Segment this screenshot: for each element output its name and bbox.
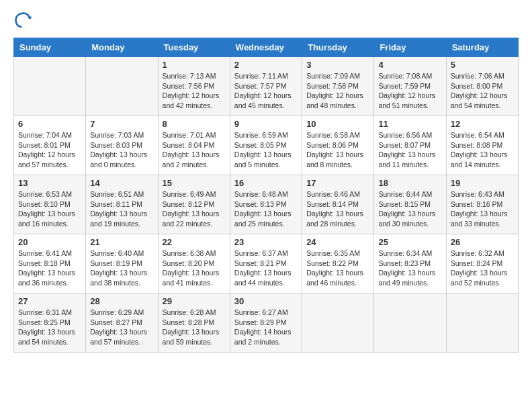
day-info: Sunrise: 7:13 AMSunset: 7:56 PMDaylight:… xyxy=(163,71,226,111)
weekday-header-wednesday: Wednesday xyxy=(230,38,302,57)
day-number: 18 xyxy=(378,178,441,188)
calendar-cell xyxy=(14,57,86,116)
day-info: Sunrise: 6:54 AMSunset: 8:08 PMDaylight:… xyxy=(451,130,514,170)
day-info: Sunrise: 6:56 AMSunset: 8:07 PMDaylight:… xyxy=(378,130,441,170)
calendar-cell: 16Sunrise: 6:48 AMSunset: 8:13 PMDayligh… xyxy=(230,175,302,234)
calendar-cell: 4Sunrise: 7:08 AMSunset: 7:59 PMDaylight… xyxy=(374,57,446,116)
calendar-cell: 25Sunrise: 6:34 AMSunset: 8:23 PMDayligh… xyxy=(374,234,446,293)
calendar-table: SundayMondayTuesdayWednesdayThursdayFrid… xyxy=(13,38,519,353)
day-number: 13 xyxy=(18,178,81,188)
day-info: Sunrise: 6:49 AMSunset: 8:12 PMDaylight:… xyxy=(163,189,226,229)
calendar-cell: 2Sunrise: 7:11 AMSunset: 7:57 PMDaylight… xyxy=(230,57,302,116)
day-number: 25 xyxy=(378,237,441,247)
day-info: Sunrise: 7:04 AMSunset: 8:01 PMDaylight:… xyxy=(18,130,81,170)
logo xyxy=(13,11,35,30)
day-number: 2 xyxy=(234,60,298,70)
day-number: 19 xyxy=(451,178,514,188)
day-number: 29 xyxy=(163,296,226,306)
day-info: Sunrise: 6:38 AMSunset: 8:20 PMDaylight:… xyxy=(163,248,226,288)
day-info: Sunrise: 7:08 AMSunset: 7:59 PMDaylight:… xyxy=(378,71,441,111)
calendar-cell: 12Sunrise: 6:54 AMSunset: 8:08 PMDayligh… xyxy=(446,116,518,175)
day-info: Sunrise: 6:41 AMSunset: 8:18 PMDaylight:… xyxy=(18,248,81,288)
calendar-cell: 27Sunrise: 6:31 AMSunset: 8:25 PMDayligh… xyxy=(14,293,86,353)
calendar-cell: 9Sunrise: 6:59 AMSunset: 8:05 PMDaylight… xyxy=(230,116,302,175)
day-info: Sunrise: 6:28 AMSunset: 8:28 PMDaylight:… xyxy=(163,308,226,347)
calendar-cell xyxy=(302,293,374,353)
day-number: 26 xyxy=(451,237,514,247)
calendar-cell xyxy=(446,293,518,353)
day-info: Sunrise: 6:48 AMSunset: 8:13 PMDaylight:… xyxy=(234,189,298,229)
calendar-cell xyxy=(86,57,158,116)
day-info: Sunrise: 6:35 AMSunset: 8:22 PMDaylight:… xyxy=(306,248,369,288)
day-info: Sunrise: 6:37 AMSunset: 8:21 PMDaylight:… xyxy=(234,248,298,288)
day-info: Sunrise: 6:32 AMSunset: 8:24 PMDaylight:… xyxy=(451,248,514,288)
weekday-header-tuesday: Tuesday xyxy=(158,38,230,57)
day-number: 6 xyxy=(18,119,81,129)
day-info: Sunrise: 6:34 AMSunset: 8:23 PMDaylight:… xyxy=(378,248,441,288)
calendar-cell: 3Sunrise: 7:09 AMSunset: 7:58 PMDaylight… xyxy=(302,57,374,116)
calendar-cell: 1Sunrise: 7:13 AMSunset: 7:56 PMDaylight… xyxy=(158,57,230,116)
calendar-cell: 22Sunrise: 6:38 AMSunset: 8:20 PMDayligh… xyxy=(158,234,230,293)
header xyxy=(13,11,519,30)
day-info: Sunrise: 7:11 AMSunset: 7:57 PMDaylight:… xyxy=(234,71,298,111)
day-number: 20 xyxy=(18,237,81,247)
calendar-cell: 17Sunrise: 6:46 AMSunset: 8:14 PMDayligh… xyxy=(302,175,374,234)
day-info: Sunrise: 6:51 AMSunset: 8:11 PMDaylight:… xyxy=(90,189,153,229)
calendar-cell: 14Sunrise: 6:51 AMSunset: 8:11 PMDayligh… xyxy=(86,175,158,234)
day-number: 12 xyxy=(451,119,514,129)
day-number: 1 xyxy=(163,60,226,70)
day-info: Sunrise: 6:59 AMSunset: 8:05 PMDaylight:… xyxy=(234,130,298,170)
day-number: 16 xyxy=(234,178,298,188)
weekday-header-monday: Monday xyxy=(86,38,158,57)
weekday-header-thursday: Thursday xyxy=(302,38,374,57)
day-number: 5 xyxy=(451,60,514,70)
day-info: Sunrise: 7:09 AMSunset: 7:58 PMDaylight:… xyxy=(306,71,369,111)
calendar-cell: 21Sunrise: 6:40 AMSunset: 8:19 PMDayligh… xyxy=(86,234,158,293)
calendar-cell: 6Sunrise: 7:04 AMSunset: 8:01 PMDaylight… xyxy=(14,116,86,175)
day-info: Sunrise: 6:40 AMSunset: 8:19 PMDaylight:… xyxy=(90,248,153,288)
weekday-header-sunday: Sunday xyxy=(14,38,86,57)
day-number: 23 xyxy=(234,237,298,247)
day-info: Sunrise: 6:44 AMSunset: 8:15 PMDaylight:… xyxy=(378,189,441,229)
calendar-cell: 5Sunrise: 7:06 AMSunset: 8:00 PMDaylight… xyxy=(446,57,518,116)
calendar-cell: 24Sunrise: 6:35 AMSunset: 8:22 PMDayligh… xyxy=(302,234,374,293)
calendar-cell: 28Sunrise: 6:29 AMSunset: 8:27 PMDayligh… xyxy=(86,293,158,353)
day-number: 17 xyxy=(306,178,369,188)
day-number: 21 xyxy=(90,237,153,247)
calendar-cell: 29Sunrise: 6:28 AMSunset: 8:28 PMDayligh… xyxy=(158,293,230,353)
calendar-cell xyxy=(374,293,446,353)
day-number: 8 xyxy=(163,119,226,129)
calendar-cell: 7Sunrise: 7:03 AMSunset: 8:03 PMDaylight… xyxy=(86,116,158,175)
day-info: Sunrise: 6:27 AMSunset: 8:29 PMDaylight:… xyxy=(234,308,298,347)
calendar-cell: 10Sunrise: 6:58 AMSunset: 8:06 PMDayligh… xyxy=(302,116,374,175)
day-number: 24 xyxy=(306,237,369,247)
calendar-cell: 19Sunrise: 6:43 AMSunset: 8:16 PMDayligh… xyxy=(446,175,518,234)
logo-icon xyxy=(13,11,32,30)
day-number: 4 xyxy=(378,60,441,70)
calendar-cell: 13Sunrise: 6:53 AMSunset: 8:10 PMDayligh… xyxy=(14,175,86,234)
calendar-cell: 18Sunrise: 6:44 AMSunset: 8:15 PMDayligh… xyxy=(374,175,446,234)
day-number: 10 xyxy=(306,119,369,129)
day-number: 30 xyxy=(234,296,298,306)
day-info: Sunrise: 7:03 AMSunset: 8:03 PMDaylight:… xyxy=(90,130,153,170)
day-number: 15 xyxy=(163,178,226,188)
weekday-header-friday: Friday xyxy=(374,38,446,57)
day-number: 7 xyxy=(90,119,153,129)
day-number: 3 xyxy=(306,60,369,70)
day-info: Sunrise: 6:29 AMSunset: 8:27 PMDaylight:… xyxy=(90,308,153,347)
calendar-cell: 26Sunrise: 6:32 AMSunset: 8:24 PMDayligh… xyxy=(446,234,518,293)
calendar-cell: 20Sunrise: 6:41 AMSunset: 8:18 PMDayligh… xyxy=(14,234,86,293)
day-number: 11 xyxy=(378,119,441,129)
day-info: Sunrise: 7:06 AMSunset: 8:00 PMDaylight:… xyxy=(451,71,514,111)
calendar-cell: 23Sunrise: 6:37 AMSunset: 8:21 PMDayligh… xyxy=(230,234,302,293)
day-number: 28 xyxy=(90,296,153,306)
day-number: 27 xyxy=(18,296,81,306)
calendar-cell: 11Sunrise: 6:56 AMSunset: 8:07 PMDayligh… xyxy=(374,116,446,175)
day-info: Sunrise: 6:43 AMSunset: 8:16 PMDaylight:… xyxy=(451,189,514,229)
day-number: 9 xyxy=(234,119,298,129)
calendar-cell: 15Sunrise: 6:49 AMSunset: 8:12 PMDayligh… xyxy=(158,175,230,234)
day-number: 22 xyxy=(163,237,226,247)
weekday-header-saturday: Saturday xyxy=(446,38,518,57)
day-number: 14 xyxy=(90,178,153,188)
day-info: Sunrise: 6:53 AMSunset: 8:10 PMDaylight:… xyxy=(18,189,81,229)
